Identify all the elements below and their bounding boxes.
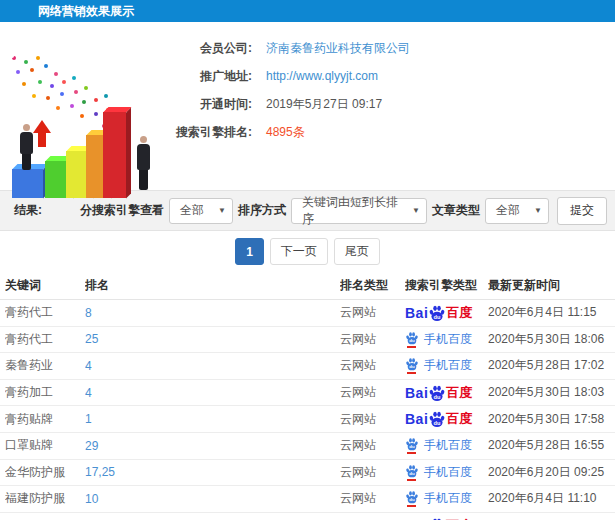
baidu-paw-icon: du	[405, 357, 419, 371]
rank-link[interactable]: 8	[85, 306, 340, 320]
engine-logo-cell: Bai du 百度	[405, 304, 488, 322]
next-page-button[interactable]: 下一页	[270, 238, 328, 265]
updated-cell: 2020年6月4日 11:10	[488, 490, 615, 507]
keyword-cell: 金华防护服	[5, 464, 85, 481]
article-type-select[interactable]: 全部 ▼	[485, 198, 549, 224]
table-header-row: 关键词 排名 排名类型 搜索引擎类型 最新更新时间	[0, 272, 615, 300]
baidu-paw-icon: du	[428, 384, 446, 402]
baidu-paw-icon: du	[428, 304, 446, 322]
engine-filter-label: 分搜索引擎查看	[80, 202, 164, 219]
baidu-paw-icon: du	[405, 437, 419, 451]
baidu-paw-icon: du	[428, 410, 446, 428]
header-keyword: 关键词	[5, 277, 85, 294]
company-link[interactable]: 济南秦鲁药业科技有限公司	[266, 40, 410, 57]
svg-text:du: du	[409, 471, 415, 476]
svg-text:du: du	[434, 420, 441, 426]
updated-cell: 2020年6月4日 11:15	[488, 304, 615, 321]
submit-button[interactable]: 提交	[557, 197, 607, 225]
baidu-logo: Bai du 百度	[405, 517, 472, 520]
svg-text:du: du	[409, 365, 415, 370]
table-row: 金华防护服 17,25 云网站 du 手机百度 2020年6月20日 09:25	[0, 460, 615, 487]
confetti-decoration	[10, 54, 14, 58]
rank-count-value: 4895条	[266, 124, 305, 141]
baidu-paw-icon: du	[405, 490, 419, 504]
table-row: 膏药加工 4 云网站 Bai du 百度 2020年5月30日 18:03	[0, 380, 615, 407]
open-time-label: 开通时间:	[166, 96, 252, 113]
table-row: 膏药代工 25 云网站 du 手机百度 2020年5月30日 18:06	[0, 327, 615, 354]
svg-text:du: du	[409, 338, 415, 343]
chevron-down-icon: ▼	[218, 206, 226, 215]
rank-link[interactable]: 29	[85, 439, 340, 453]
pagination: 1 下一页 尾页	[0, 231, 615, 272]
mobile-baidu-icon: du	[405, 437, 419, 454]
engine-logo-cell: du 手机百度	[405, 464, 488, 481]
keyword-cell: 膏药代工	[5, 331, 85, 348]
header-rank: 排名	[85, 277, 340, 294]
figure-legs	[139, 170, 148, 190]
figure-head	[23, 124, 30, 131]
member-info-section: 会员公司: 济南秦鲁药业科技有限公司 推广地址: http://www.qlyy…	[0, 22, 615, 190]
mobile-baidu-icon: du	[405, 331, 419, 348]
engine-logo-cell: du 手机百度	[405, 437, 488, 454]
growth-arrow-icon	[38, 132, 46, 147]
table-row: 秦鲁药业 4 云网站 du 手机百度 2020年5月28日 17:02	[0, 353, 615, 380]
info-row-open-time: 开通时间: 2019年5月27日 09:17	[166, 90, 410, 118]
rank-link[interactable]: 4	[85, 359, 340, 373]
rank-link[interactable]: 17,25	[85, 465, 340, 479]
header-rank-type: 排名类型	[340, 277, 405, 294]
mobile-baidu-icon: du	[405, 464, 419, 481]
chart-bar	[103, 112, 126, 198]
rank-link[interactable]: 4	[85, 386, 340, 400]
chevron-down-icon: ▼	[534, 206, 542, 215]
sort-label: 排序方式	[238, 202, 286, 219]
rank-link[interactable]: 25	[85, 332, 340, 346]
table-row: 口罩贴牌 29 云网站 du 手机百度 2020年5月28日 16:55	[0, 433, 615, 460]
chevron-down-icon: ▼	[412, 206, 420, 215]
rank-type-cell: 云网站	[340, 357, 405, 374]
updated-cell: 2020年5月28日 17:02	[488, 357, 615, 374]
page-button-current[interactable]: 1	[235, 238, 264, 265]
table-row: 膏药贴牌 1 云网站 Bai du 百度 2020年5月30日 17:58	[0, 406, 615, 433]
baidu-logo: Bai du 百度	[405, 410, 472, 428]
mobile-baidu-icon: du	[405, 357, 419, 374]
updated-cell: 2020年5月30日 18:06	[488, 331, 615, 348]
baidu-paw-icon: du	[428, 517, 446, 520]
table-row-partial: Bai du 百度	[0, 513, 615, 520]
rank-type-cell: 云网站	[340, 331, 405, 348]
rank-type-cell: 云网站	[340, 464, 405, 481]
mobile-baidu-logo: du 手机百度	[405, 437, 472, 454]
updated-cell: 2020年5月28日 16:55	[488, 437, 615, 454]
last-page-button[interactable]: 尾页	[334, 238, 380, 265]
engine-logo-cell: du 手机百度	[405, 490, 488, 507]
keyword-cell: 膏药代工	[5, 304, 85, 321]
figure-body	[20, 132, 33, 154]
engine-filter-select[interactable]: 全部 ▼	[169, 198, 233, 224]
sort-select[interactable]: 关键词由短到长排序 ▼	[291, 198, 427, 224]
table-body: 膏药代工 8 云网站 Bai du 百度 2020年6月4日 11:15 膏药代…	[0, 300, 615, 520]
rank-type-cell: 云网站	[340, 304, 405, 321]
mobile-baidu-logo: du 手机百度	[405, 357, 472, 374]
svg-text:du: du	[434, 393, 441, 399]
businessman-figure-left	[20, 124, 33, 170]
figure-body	[137, 144, 150, 170]
header-updated: 最新更新时间	[488, 277, 615, 294]
businessman-figure-right	[137, 136, 150, 190]
mobile-baidu-logo: du 手机百度	[405, 464, 472, 481]
engine-logo-cell: Bai du 百度	[405, 517, 488, 520]
updated-cell: 2020年5月30日 17:58	[488, 411, 615, 428]
rank-type-cell: 云网站	[340, 384, 405, 401]
bar-chart-illustration	[0, 48, 175, 203]
rank-link[interactable]: 1	[85, 412, 340, 426]
engine-logo-cell: du 手机百度	[405, 331, 488, 348]
promo-url-label: 推广地址:	[166, 68, 252, 85]
keyword-cell: 秦鲁药业	[5, 357, 85, 374]
figure-legs	[22, 154, 31, 170]
promo-url-link[interactable]: http://www.qlyyjt.com	[266, 69, 378, 83]
info-row-url: 推广地址: http://www.qlyyjt.com	[166, 62, 410, 90]
header-engine-type: 搜索引擎类型	[405, 277, 488, 294]
company-label: 会员公司:	[166, 40, 252, 57]
rank-link[interactable]: 10	[85, 492, 340, 506]
baidu-paw-icon: du	[405, 331, 419, 345]
chart-bar	[12, 169, 43, 198]
info-row-company: 会员公司: 济南秦鲁药业科技有限公司	[166, 34, 410, 62]
